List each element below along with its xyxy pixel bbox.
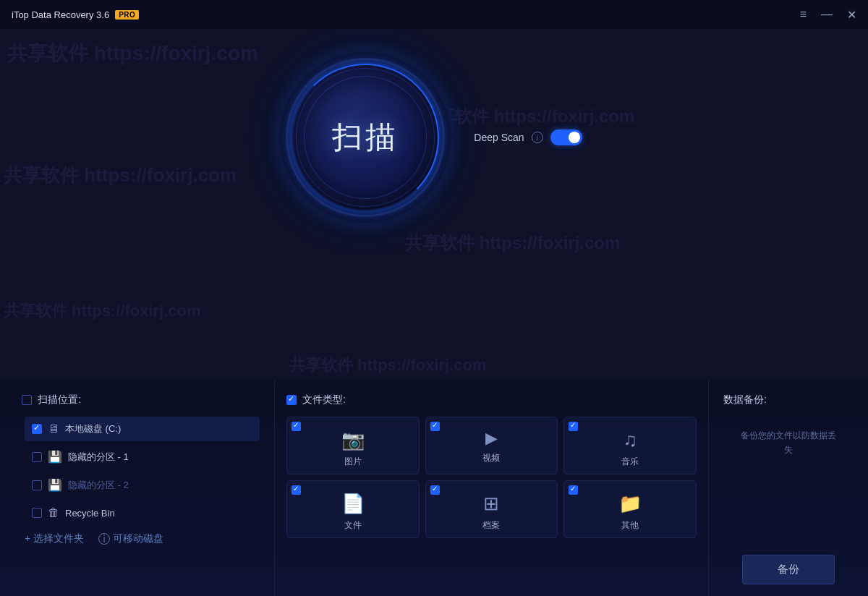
deep-scan-info-icon[interactable]: i <box>532 132 543 143</box>
file-type-header: ✓ 文件类型: <box>286 393 697 406</box>
video-icon: ▶ <box>485 429 498 448</box>
drive-list: 🖥 本地磁盘 (C:) 💾 隐藏的分区 - 1 💾 隐藏的分区 - 2 🗑 <box>25 417 260 525</box>
file-type-archive[interactable]: ⊞ 档案 <box>425 480 558 538</box>
deep-scan-label: Deep Scan <box>474 132 524 143</box>
other-icon: 📁 <box>618 493 642 515</box>
scan-button-inner: 扫描 <box>304 76 427 199</box>
title-bar: iTop Data Recovery 3.6 PRO ≡ — ✕ <box>0 0 868 29</box>
file-card-checkbox-other[interactable] <box>569 485 578 495</box>
drive-name-c: 本地磁盘 (C:) <box>65 422 121 435</box>
drive-checkbox-recycle[interactable] <box>32 508 42 518</box>
minimize-icon[interactable]: — <box>821 8 833 21</box>
backup-button[interactable]: 备份 <box>742 555 835 584</box>
file-type-video[interactable]: ▶ 视频 <box>425 417 558 474</box>
deep-scan-area: Deep Scan i <box>474 129 582 145</box>
scan-button[interactable]: 扫描 <box>286 58 445 217</box>
drive-hdd-icon-c: 🖥 <box>48 422 59 435</box>
title-left: iTop Data Recovery 3.6 PRO <box>12 9 139 20</box>
drive-name-hidden2: 隐藏的分区 - 2 <box>68 479 129 492</box>
scan-location-title: 扫描位置: <box>38 393 81 406</box>
photo-icon: 📷 <box>341 429 365 451</box>
music-label: 音乐 <box>621 456 639 468</box>
file-type-title: 文件类型: <box>302 393 346 406</box>
removable-disk-label: 可移动磁盘 <box>113 532 163 545</box>
drive-item-hidden1[interactable]: 💾 隐藏的分区 - 1 <box>25 444 260 469</box>
file-card-checkbox-music[interactable] <box>569 422 578 431</box>
file-type-panel: ✓ 文件类型: 📷 图片 ▶ 视频 ♫ 音乐 <box>275 379 709 596</box>
scan-location-checkbox[interactable] <box>22 395 32 405</box>
file-card-checkbox-photo[interactable] <box>292 422 301 431</box>
scan-location-actions: + 选择文件夹 i 可移动磁盘 <box>22 532 260 545</box>
file-card-checkbox-video[interactable] <box>430 422 440 431</box>
document-label: 文件 <box>344 519 362 532</box>
drive-checkbox-hidden1[interactable] <box>32 452 42 462</box>
removable-disk-info-icon: i <box>98 533 110 545</box>
menu-icon[interactable]: ≡ <box>800 8 807 21</box>
pro-badge: PRO <box>115 10 139 20</box>
file-card-checkbox-archive[interactable] <box>430 485 440 495</box>
video-label: 视频 <box>482 452 500 464</box>
drive-trash-icon: 🗑 <box>48 506 59 519</box>
drive-item-hidden2[interactable]: 💾 隐藏的分区 - 2 <box>25 472 260 498</box>
removable-disk-link[interactable]: i 可移动磁盘 <box>98 532 163 545</box>
drive-item-recycle[interactable]: 🗑 Recycle Bin <box>25 501 260 525</box>
data-backup-panel: 数据备份: 备份您的文件以防数据丢失 备份 <box>709 379 868 596</box>
file-type-grid: 📷 图片 ▶ 视频 ♫ 音乐 📄 文件 <box>286 417 697 538</box>
document-icon: 📄 <box>341 493 365 515</box>
deep-scan-row: Deep Scan i <box>474 129 582 145</box>
archive-label: 档案 <box>482 519 500 532</box>
main-content: 扫描 Deep Scan i 扫描位置: 🖥 <box>0 29 868 596</box>
close-icon[interactable]: ✕ <box>847 8 856 22</box>
backup-title: 数据备份: <box>723 393 767 406</box>
scan-location-header: 扫描位置: <box>22 393 260 406</box>
file-type-document[interactable]: 📄 文件 <box>286 480 420 538</box>
other-label: 其他 <box>621 519 639 532</box>
scan-label: 扫描 <box>332 117 399 158</box>
drive-name-recycle: Recycle Bin <box>65 508 115 519</box>
file-type-music[interactable]: ♫ 音乐 <box>563 417 697 474</box>
drive-checkbox-c[interactable] <box>32 424 42 434</box>
file-type-other[interactable]: 📁 其他 <box>563 480 697 538</box>
file-type-checkbox[interactable]: ✓ <box>286 395 297 405</box>
drive-checkbox-hidden2[interactable] <box>32 480 42 490</box>
file-card-checkbox-document[interactable] <box>292 485 301 495</box>
add-folder-label: + 选择文件夹 <box>25 532 84 545</box>
scan-button-wrapper: 扫描 Deep Scan i <box>286 58 582 217</box>
drive-hdd-icon-hidden1: 💾 <box>48 450 62 464</box>
deep-scan-toggle[interactable] <box>550 129 582 145</box>
file-type-photo[interactable]: 📷 图片 <box>286 417 420 474</box>
drive-name-hidden1: 隐藏的分区 - 1 <box>68 451 129 464</box>
archive-icon: ⊞ <box>483 493 499 515</box>
backup-desc: 备份您的文件以防数据丢失 <box>741 428 836 458</box>
scan-area: 扫描 Deep Scan i <box>286 29 582 217</box>
photo-label: 图片 <box>344 456 362 468</box>
bottom-panel: 扫描位置: 🖥 本地磁盘 (C:) 💾 隐藏的分区 - 1 💾 隐藏的分区 - … <box>0 379 868 596</box>
drive-item-c[interactable]: 🖥 本地磁盘 (C:) <box>25 417 260 441</box>
app-title: iTop Data Recovery 3.6 <box>12 9 109 20</box>
title-controls: ≡ — ✕ <box>800 8 856 22</box>
drive-hdd-icon-hidden2: 💾 <box>48 478 62 492</box>
scan-location-panel: 扫描位置: 🖥 本地磁盘 (C:) 💾 隐藏的分区 - 1 💾 隐藏的分区 - … <box>0 379 275 596</box>
music-icon: ♫ <box>623 429 637 451</box>
add-folder-link[interactable]: + 选择文件夹 <box>25 532 84 545</box>
